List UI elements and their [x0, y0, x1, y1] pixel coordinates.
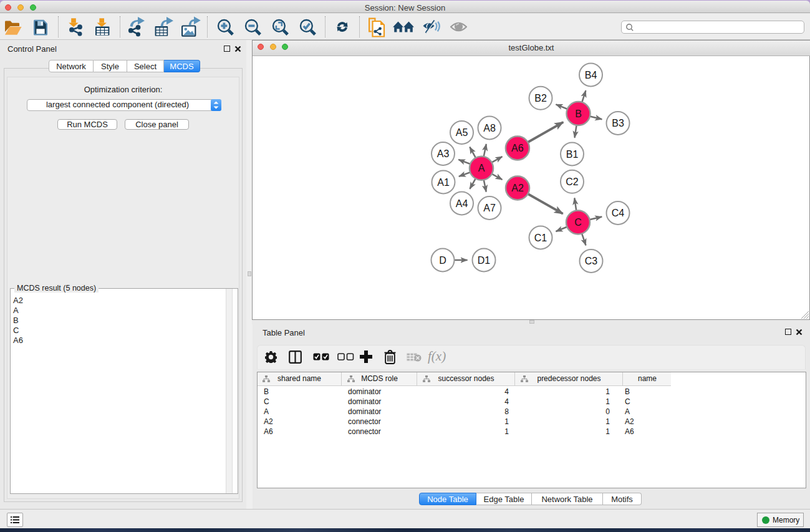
svg-text:A1: A1 [437, 177, 450, 188]
svg-text:C4: C4 [612, 208, 625, 218]
svg-text:A7: A7 [483, 203, 496, 213]
svg-text:D: D [439, 255, 446, 266]
svg-text:B1: B1 [566, 149, 579, 160]
svg-text:C2: C2 [566, 177, 579, 187]
svg-text:B: B [575, 109, 582, 119]
svg-text:A8: A8 [483, 123, 496, 133]
svg-text:A: A [478, 163, 485, 173]
svg-text:A2: A2 [511, 183, 524, 193]
svg-text:A3: A3 [437, 148, 450, 159]
svg-text:C3: C3 [585, 256, 598, 266]
svg-text:A4: A4 [456, 198, 468, 209]
svg-text:A5: A5 [456, 127, 468, 138]
svg-text:B2: B2 [534, 93, 547, 104]
svg-text:A6: A6 [511, 143, 524, 153]
svg-text:C: C [574, 217, 582, 228]
svg-text:D1: D1 [478, 255, 491, 266]
svg-text:B4: B4 [585, 70, 597, 80]
svg-text:C1: C1 [534, 233, 547, 243]
svg-text:B3: B3 [612, 118, 624, 128]
